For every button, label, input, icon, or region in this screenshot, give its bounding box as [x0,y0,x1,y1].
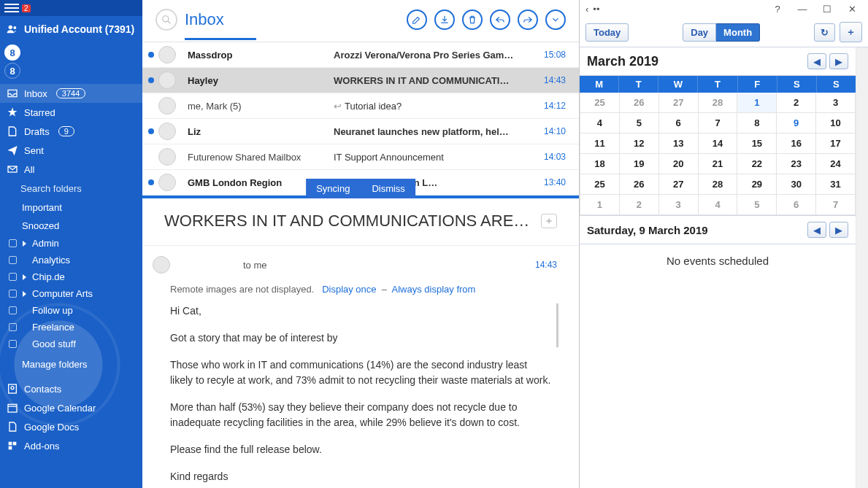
scrollbar-thumb[interactable] [556,303,558,347]
message-row[interactable]: Futurenow Shared MailboxIT Support Annou… [142,144,579,170]
calendar-day[interactable]: 23 [777,154,816,174]
calendar-day[interactable]: 22 [737,154,777,174]
message-row[interactable]: LizNeuranet launches new platform, hel…1… [142,119,579,144]
message-row[interactable]: MassdropArozzi Verona/Verona Pro Series … [142,42,579,68]
folder-item[interactable]: Computer Arts [0,285,142,302]
always-display-link[interactable]: Always display from [392,284,476,295]
calendar-day[interactable]: 26 [620,174,659,195]
calendar-day[interactable]: 13 [659,133,699,154]
calendar-day[interactable]: 25 [580,174,620,195]
calendar-day[interactable]: 27 [659,93,699,113]
refresh-button[interactable]: ↻ [814,23,835,42]
calendar-day[interactable]: 24 [816,154,856,174]
calendar-day[interactable]: 4 [699,195,738,215]
calendar-day[interactable]: 15 [737,133,777,154]
checkbox-icon[interactable] [9,239,17,247]
sidebar-item-drafts[interactable]: Drafts 9 [0,122,142,141]
calendar-day[interactable]: 10 [816,113,856,133]
dismiss-button[interactable]: Dismiss [372,183,405,194]
calendar-day[interactable]: 11 [580,133,620,154]
sidebar-item-snoozed[interactable]: Snoozed [0,217,142,235]
manage-folders[interactable]: Manage folders [0,355,142,373]
calendar-day[interactable]: 28 [699,93,738,113]
calendar-day[interactable]: 12 [620,133,659,154]
calendar-day[interactable]: 28 [699,174,738,195]
calendar-day[interactable]: 5 [737,195,777,215]
checkbox-icon[interactable] [9,323,17,331]
sidebar-item-contacts[interactable]: Contacts [0,379,142,398]
calendar-day[interactable]: 1 [580,195,620,215]
search-button[interactable] [155,9,177,31]
day-view-button[interactable]: Day [683,23,716,42]
calendar-day[interactable]: 25 [580,93,620,113]
calendar-day[interactable]: 9 [777,113,816,133]
new-event-button[interactable]: ＋ [840,22,862,42]
calendar-day[interactable]: 29 [737,174,777,195]
message-row[interactable]: HayleyWORKERS IN IT AND COMMUNICATI…14:4… [142,68,579,93]
checkbox-icon[interactable] [9,340,17,348]
folder-search[interactable]: Search folders [0,179,142,198]
archive-button[interactable] [434,9,455,30]
sidebar-item-starred[interactable]: Starred [0,103,142,122]
folder-item[interactable]: Admin [0,235,142,252]
sidebar-item-calendar[interactable]: Google Calendar [0,398,142,417]
sidebar-item-important[interactable]: Important [0,198,142,217]
checkbox-icon[interactable] [9,290,17,298]
calendar-day[interactable]: 26 [620,93,659,113]
calendar-day[interactable]: 16 [777,133,816,154]
calendar-day[interactable]: 6 [659,113,699,133]
calendar-day[interactable]: 2 [777,93,816,113]
calendar-day[interactable]: 7 [816,195,856,215]
month-view-button[interactable]: Month [716,23,760,42]
forward-button[interactable] [518,9,538,30]
calendar-day[interactable]: 8 [737,113,777,133]
help-button[interactable]: ? [767,4,788,15]
folder-item[interactable]: Chip.de [0,268,142,285]
message-row[interactable]: me, Mark (5)↩Tutorial idea?14:12 [142,93,579,119]
sidebar-item-sent[interactable]: Sent [0,141,142,160]
calendar-day[interactable]: 2 [620,195,659,215]
calendar-day[interactable]: 4 [580,113,620,133]
calendar-day[interactable]: 30 [777,174,816,195]
today-button[interactable]: Today [585,23,629,42]
account-row[interactable]: Unified Account (7391) [0,16,142,42]
calendar-day[interactable]: 21 [699,154,738,174]
delete-button[interactable] [462,9,483,30]
account-avatar[interactable]: 8 [4,44,20,61]
calendar-day[interactable]: 3 [816,93,856,113]
minimize-button[interactable]: — [792,4,813,15]
prev-month-button[interactable]: ◀ [807,53,826,69]
sidebar-item-docs[interactable]: Google Docs [0,417,142,436]
calendar-day[interactable]: 6 [777,195,816,215]
compose-button[interactable] [407,9,427,30]
checkbox-icon[interactable] [9,273,17,281]
calendar-day[interactable]: 14 [699,133,738,154]
calendar-day[interactable]: 19 [620,154,659,174]
sidebar-item-all[interactable]: All [0,160,142,179]
sidebar-item-inbox[interactable]: Inbox 3744 [0,84,142,103]
calendar-day[interactable]: 20 [659,154,699,174]
calendar-day[interactable]: 5 [620,113,659,133]
more-icon[interactable]: •• [593,4,599,15]
back-icon[interactable]: ‹ [585,4,588,15]
calendar-day[interactable]: 31 [816,174,856,195]
folder-item[interactable]: Follow up [0,302,142,319]
calendar-day[interactable]: 18 [580,154,620,174]
maximize-button[interactable]: ☐ [817,4,837,15]
more-button[interactable] [545,9,566,30]
folder-item[interactable]: Good stuff [0,336,142,352]
account-avatar[interactable]: 8 [4,63,20,79]
folder-item[interactable]: Analytics [0,252,142,268]
calendar-day[interactable]: 7 [699,113,738,133]
calendar-day[interactable]: 3 [659,195,699,215]
display-once-link[interactable]: Display once [322,284,376,295]
expand-button[interactable]: ＋ [541,214,557,228]
folder-item[interactable]: Freelance [0,319,142,336]
checkbox-icon[interactable] [9,306,17,314]
next-day-button[interactable]: ▶ [829,222,848,238]
prev-day-button[interactable]: ◀ [807,222,826,238]
next-month-button[interactable]: ▶ [829,53,848,69]
checkbox-icon[interactable] [9,256,17,264]
calendar-day[interactable]: 1 [737,93,777,113]
calendar-day[interactable]: 27 [659,174,699,195]
